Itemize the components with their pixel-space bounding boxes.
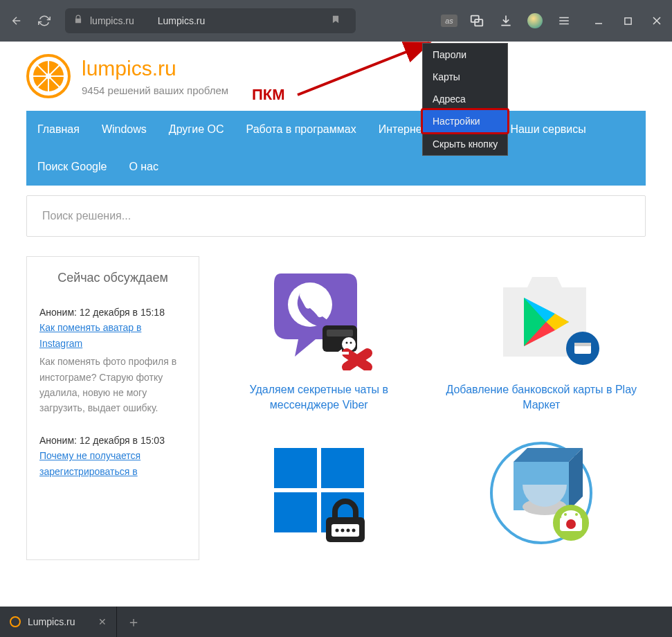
discussion-link[interactable]: Почему не получается зарегистрироваться …	[39, 450, 140, 476]
svg-rect-2	[624, 17, 630, 24]
search-input[interactable]: Поиск решения...	[26, 195, 646, 237]
article-card[interactable]: Добавление банковской карты в Play Марке…	[437, 256, 646, 413]
menu-item-passwords[interactable]: Пароли	[423, 44, 507, 66]
menu-item-settings[interactable]: Настройки	[421, 108, 509, 134]
page-title-display: Lumpics.ru	[158, 15, 324, 26]
address-bar[interactable]: lumpics.ru Lumpics.ru	[65, 8, 356, 33]
discussions-sidebar: Сейчас обсуждаем Аноним: 12 декабря в 15…	[26, 256, 199, 560]
svg-rect-23	[574, 343, 591, 346]
nav-home[interactable]: Главная	[26, 111, 91, 148]
discussion-item: Аноним: 12 декабря в 15:03 Почему не пол…	[39, 433, 186, 479]
svg-rect-24	[274, 448, 317, 488]
menu-item-addresses[interactable]: Адреса	[423, 88, 507, 110]
minimize-button[interactable]	[589, 11, 608, 30]
browser-tab[interactable]: Lumpics.ru ✕	[0, 607, 117, 637]
new-tab-button[interactable]: ＋	[117, 613, 150, 631]
svg-point-32	[346, 528, 349, 532]
downloads-icon[interactable]	[496, 11, 516, 30]
nav-about[interactable]: О нас	[118, 148, 170, 186]
svg-point-42	[575, 513, 578, 516]
toolbar-right: as	[441, 11, 666, 30]
bookmark-icon[interactable]	[331, 14, 340, 28]
discussion-item: Аноним: 12 декабря в 15:18 Как поменять …	[39, 305, 186, 416]
discussion-text: Как поменять фото профиля в инстограме? …	[39, 354, 186, 416]
svg-rect-25	[321, 448, 364, 488]
nav-other-os[interactable]: Другие ОС	[158, 111, 235, 148]
close-button[interactable]	[647, 11, 666, 30]
back-button[interactable]	[6, 10, 28, 32]
article-grid: Удаляем секретные чаты в мессенджере Vib…	[215, 256, 646, 560]
card-title[interactable]: Удаляем секретные чаты в мессенджере Vib…	[215, 382, 424, 413]
browser-titlebar: lumpics.ru Lumpics.ru as	[0, 0, 672, 42]
article-card[interactable]: Удаляем секретные чаты в мессенджере Vib…	[215, 256, 424, 413]
nav-google[interactable]: Поиск Google	[26, 148, 118, 186]
android-install-icon	[479, 434, 603, 552]
svg-point-43	[566, 519, 576, 529]
nav-services[interactable]: Наши сервисы	[499, 111, 597, 148]
autofill-context-menu: Пароли Карты Адреса Настройки Скрыть кно…	[422, 43, 508, 156]
svg-point-31	[340, 528, 344, 532]
lock-icon	[73, 15, 83, 27]
svg-point-15	[345, 342, 347, 344]
article-card[interactable]	[437, 434, 646, 560]
svg-point-33	[352, 528, 355, 532]
lastfm-extension-icon[interactable]: as	[441, 15, 457, 27]
menu-item-hide[interactable]: Скрыть кнопку	[423, 133, 507, 155]
svg-point-16	[349, 342, 352, 344]
svg-point-30	[335, 528, 338, 532]
tab-bar: Lumpics.ru ✕ ＋	[0, 607, 672, 637]
svg-point-10	[46, 73, 51, 79]
article-card[interactable]	[215, 434, 424, 560]
site-header: lumpics.ru 9454 решений ваших проблем	[26, 54, 646, 98]
play-store-icon	[479, 256, 603, 374]
nav-programs[interactable]: Работа в программах	[235, 111, 367, 148]
tab-close-icon[interactable]: ✕	[98, 616, 107, 627]
favicon	[10, 616, 21, 627]
site-subtitle: 9454 решений ваших проблем	[82, 84, 228, 96]
card-title[interactable]: Добавление банковской карты в Play Марке…	[437, 382, 646, 413]
sidebar-title: Сейчас обсуждаем	[39, 271, 186, 285]
profile-avatar[interactable]	[525, 11, 545, 30]
site-logo[interactable]	[26, 54, 71, 98]
windows-password-icon	[257, 434, 381, 552]
reload-button[interactable]	[33, 10, 55, 32]
svg-point-41	[564, 513, 567, 516]
tab-title: Lumpics.ru	[28, 616, 75, 627]
svg-rect-26	[274, 492, 317, 532]
menu-icon[interactable]	[554, 11, 574, 30]
viber-icon	[257, 256, 381, 374]
svg-rect-13	[327, 330, 353, 337]
page-content: lumpics.ru 9454 решений ваших проблем Гл…	[0, 42, 672, 607]
nav-windows[interactable]: Windows	[91, 111, 158, 148]
discussion-link[interactable]: Как поменять аватар в Instagram	[39, 322, 141, 348]
discussion-meta: Аноним: 12 декабря в 15:03	[39, 433, 186, 448]
main-nav: Главная Windows Другие ОС Работа в прогр…	[26, 111, 646, 186]
url-display: lumpics.ru	[90, 15, 134, 26]
autofill-icon[interactable]	[467, 11, 487, 30]
maximize-button[interactable]	[618, 11, 637, 30]
annotation-label: ПКМ	[252, 86, 285, 104]
site-title[interactable]: lumpics.ru	[82, 57, 228, 80]
discussion-meta: Аноним: 12 декабря в 15:18	[39, 305, 186, 320]
menu-item-cards[interactable]: Карты	[423, 66, 507, 88]
